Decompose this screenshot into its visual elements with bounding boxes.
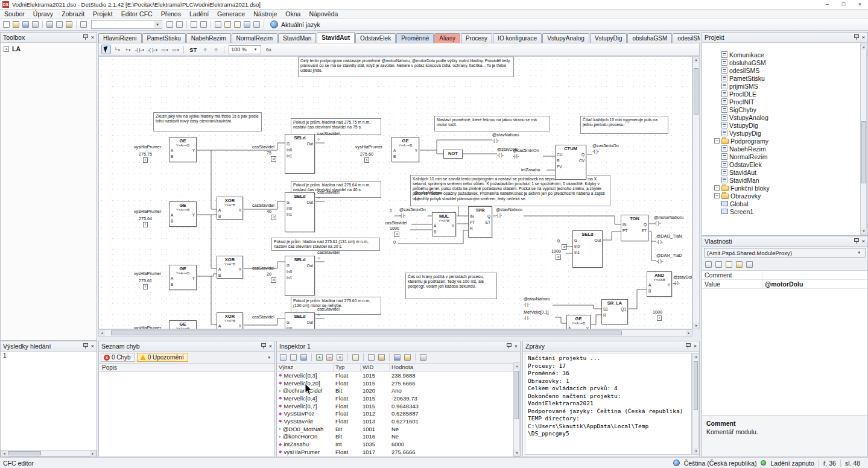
tree-item-procinit[interactable]: ProcINIT [702, 98, 867, 106]
rotate-angle-label[interactable]: 6ú [264, 45, 273, 54]
paste2-icon[interactable] [377, 353, 386, 362]
close-icon[interactable]: × [862, 35, 865, 40]
pin-icon[interactable] [685, 343, 691, 349]
cfc-signal-label[interactable]: @cas5minOn-|/|- [513, 148, 539, 159]
expander-icon[interactable]: + [4, 46, 9, 52]
scroll-down-arrow[interactable]: ▾ [693, 323, 699, 329]
pin-icon[interactable] [506, 343, 512, 349]
menu-item[interactable]: Soubor [0, 10, 29, 18]
cfc-signal-label[interactable]: @cas5minOn-( )- [592, 144, 619, 154]
cfc-block-xor[interactable]: XORY=A^BABY [217, 256, 243, 279]
scroll-track[interactable] [693, 359, 699, 448]
split-window-icon[interactable] [214, 20, 223, 29]
cfc-operand-label[interactable]: 275.60f [360, 152, 373, 163]
doc-tab-iokonfigurace[interactable]: IO konfigurace [493, 33, 542, 43]
cfc-operand-label[interactable]: intZasahu [521, 168, 540, 172]
inspector-row[interactable]: ◆MerVelic[0,4]Float1015-20639.73 [277, 394, 520, 402]
scroll-down-arrow[interactable]: ▾ [514, 450, 520, 456]
inspector-row[interactable]: ◆intZasahuInt10356000 [277, 440, 520, 448]
inspector-column-header[interactable]: Hodnota [390, 364, 520, 371]
junction-tool[interactable]: +▾ [123, 45, 133, 54]
flag-blue-icon[interactable] [393, 353, 402, 362]
cfc-operand-label[interactable]: vysHlaPrumer [134, 145, 161, 150]
cfc-comment[interactable]: Nastaví proměnné, které řeknou na jakou … [434, 116, 550, 131]
cfc-block-tpr[interactable]: TPRINPTRQET [468, 206, 492, 238]
pin-icon[interactable] [854, 238, 859, 244]
cfc-signal-label[interactable]: @motorNahoru-( )- [654, 215, 683, 226]
print-icon[interactable] [31, 20, 40, 29]
properties-icon[interactable] [724, 260, 733, 269]
cfc-block-seld[interactable]: SELdGIn0In1Out [285, 192, 315, 232]
search-results-hscrollbar[interactable]: ◂▸ [1, 450, 97, 457]
close-icon[interactable]: × [862, 239, 865, 244]
cfc-comment[interactable]: Zkusit jaký vliv na výšku hladiny má tře… [153, 112, 262, 131]
error-list-body[interactable] [99, 372, 274, 457]
toolbox-item[interactable]: +LA [1, 43, 97, 55]
cfc-block-ton[interactable]: TONINPTQET [621, 215, 648, 241]
tools-icon[interactable] [419, 353, 428, 362]
cfc-signal-label[interactable]: @DAI4_TlaD-( )- [656, 253, 682, 264]
tree-item-odesilsms[interactable]: odesilSMS [702, 66, 867, 74]
cfc-operand-label[interactable]: vysHlaPrumer [355, 145, 382, 150]
cfc-operand-label[interactable]: 40d [267, 209, 276, 220]
scroll-down-arrow[interactable]: ▾ [861, 228, 867, 234]
canvas-vertical-scrollbar[interactable]: ▴▾ [692, 56, 700, 329]
doc-tab-hlavnirizeni[interactable]: HlavniRizeni [98, 33, 142, 43]
contact-tool[interactable]: -| |-▾ [134, 45, 145, 54]
cfc-operand-label[interactable]: 275.75f [139, 152, 152, 163]
inspector-column-header[interactable]: Typ [334, 364, 361, 371]
pin-icon[interactable] [261, 343, 266, 349]
inspector-row[interactable]: ◆MerVelic[0,7]Float10150.9648343 [277, 402, 520, 410]
doc-tab-promnn[interactable]: Proměnné [396, 33, 434, 43]
cfc-operand-label[interactable]: 1000d [551, 249, 561, 260]
cfc-block-seld[interactable]: SELdGIn0In1Out [572, 230, 603, 268]
doc-tab-stavidaut[interactable]: StavidAut [317, 32, 355, 43]
categorized-icon[interactable] [704, 260, 713, 269]
close-button[interactable]: × [852, 0, 868, 9]
scroll-thumb[interactable] [8, 451, 41, 455]
edit-icon[interactable] [351, 353, 360, 362]
scroll-right-arrow[interactable]: ▸ [686, 330, 692, 336]
messages-scrollbar[interactable]: ▴▾ [692, 353, 699, 455]
cfc-operand-label[interactable]: 20d [267, 272, 276, 283]
doc-tab-procesy[interactable]: Procesy [461, 33, 492, 43]
inspector-row[interactable]: ●@ochranaCidelBit1020Ano [277, 387, 520, 394]
decrease-indent-icon[interactable] [175, 20, 184, 29]
toolbar-overflow-icon[interactable]: ▾ [268, 355, 270, 360]
tree-item-stavidman[interactable]: StavidMan [702, 176, 867, 184]
cfc-block-ctum[interactable]: CTUMCURPVQCV [555, 145, 586, 180]
tree-item-vstupyanalog[interactable]: VstupyAnalog [702, 113, 867, 121]
inspector-column-header[interactable]: Výraz [277, 364, 334, 371]
paste-icon[interactable] [65, 20, 74, 29]
inspector-row[interactable]: ●@koncHorOnBit1016Ne [277, 433, 520, 441]
cfc-operand-label[interactable]: 0 [393, 240, 396, 245]
numbered-list-icon[interactable] [199, 20, 208, 29]
menu-item[interactable]: Generace [213, 10, 249, 18]
cfc-comment[interactable]: Čas od hrany počítá v periodách procesu,… [405, 273, 497, 299]
menu-item[interactable]: Zobrazit [57, 10, 89, 18]
tree-item-procidle[interactable]: ProcIDLE [702, 90, 867, 98]
search-result-line[interactable]: 1 [1, 352, 97, 359]
scroll-thumb[interactable] [694, 361, 698, 410]
cfc-operand-label[interactable]: 1 [390, 209, 392, 213]
inspector-row[interactable]: ◆vysHlaPrumerFloat1017275.6666 [277, 448, 520, 456]
inspector-column-header[interactable]: WID [361, 364, 390, 371]
close-icon[interactable]: × [269, 344, 272, 349]
menu-item[interactable]: Editor CFC [117, 10, 157, 18]
inspector-row[interactable]: ◆VysStavPozFloat10120.6285887 [277, 410, 520, 417]
increase-indent-icon[interactable] [165, 20, 174, 29]
save-all-icon[interactable] [242, 20, 252, 29]
alphabetical-icon[interactable] [714, 260, 723, 269]
messages-log[interactable]: Načítání projektu ...Procesy: 17Proměnné… [525, 353, 692, 455]
cfc-operand-label[interactable]: casStavidel○ [317, 307, 340, 317]
project-tree-scrollbar[interactable]: ▴▾ [860, 43, 867, 235]
cfc-block-ge[interactable]: GEY=A>=BABY [169, 201, 197, 227]
open-icon[interactable] [289, 353, 298, 362]
doc-tab-nabehrezim[interactable]: NabehRezim [186, 33, 231, 43]
tree-item-nabehrezim[interactable]: NabehRezim [702, 145, 867, 153]
menu-item[interactable]: Úpravy [29, 10, 57, 18]
expander-icon[interactable]: − [714, 138, 720, 144]
cfc-operand-label[interactable]: vysHlaPrumer [134, 271, 161, 276]
menu-item[interactable]: Projekt [89, 10, 117, 18]
inspector-table-header[interactable]: VýrazTypWIDHodnota [277, 364, 520, 372]
